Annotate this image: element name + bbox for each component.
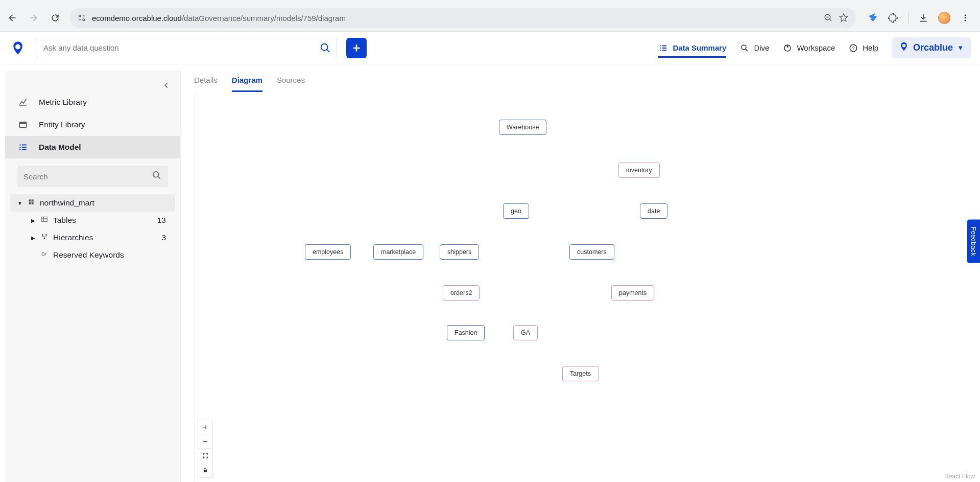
node-targets[interactable]: Targets <box>562 366 599 381</box>
tree-label: Tables <box>53 216 76 225</box>
search-icon[interactable] <box>316 39 334 57</box>
svg-point-27 <box>45 234 47 236</box>
node-geo[interactable]: geo <box>503 203 529 219</box>
svg-point-17 <box>153 172 159 177</box>
sidebar-item-data-model[interactable]: Data Model <box>5 136 180 158</box>
sidebar-item-entity-library[interactable]: Entity Library <box>5 113 180 136</box>
main: Details Diagram Sources <box>181 64 980 482</box>
forward-button[interactable] <box>27 11 41 25</box>
list-icon <box>658 43 668 53</box>
svg-point-1 <box>83 19 85 21</box>
caret-right-icon: ▶ <box>31 235 36 241</box>
keywords-icon <box>41 250 48 260</box>
sidebar-item-label: Entity Library <box>39 120 85 129</box>
browser-chrome: ecomdemo.orcablue.cloud/dataGovernance/s… <box>0 0 980 32</box>
svg-rect-22 <box>32 202 34 204</box>
nav-label: Help <box>863 43 878 52</box>
data-model-icon <box>18 143 28 152</box>
nav-workspace[interactable]: Workspace <box>782 43 835 53</box>
zoom-out-button[interactable]: − <box>198 434 212 449</box>
browser-toolbar: ecomdemo.orcablue.cloud/dataGovernance/s… <box>0 5 980 31</box>
node-ga[interactable]: GA <box>513 325 538 340</box>
node-payments[interactable]: payments <box>611 285 654 301</box>
table-icon <box>41 216 48 225</box>
sidebar-item-metric-library[interactable]: Metric Library <box>5 91 180 113</box>
svg-point-26 <box>42 234 43 236</box>
orcablue-logo-icon[interactable] <box>9 39 27 57</box>
db-icon <box>28 198 35 208</box>
add-button[interactable] <box>346 38 367 58</box>
nav-data-summary[interactable]: Data Summary <box>658 43 726 58</box>
chevron-down-icon: ▼ <box>957 44 964 52</box>
node-warehouse[interactable]: Warehouse <box>499 120 546 135</box>
svg-point-10 <box>742 45 746 50</box>
tab-sources[interactable]: Sources <box>277 73 305 92</box>
node-inventory[interactable]: inventory <box>618 163 660 178</box>
sidebar-item-label: Data Model <box>39 143 81 152</box>
bookmark-icon[interactable] <box>839 13 849 23</box>
sidebar-item-label: Metric Library <box>39 98 87 107</box>
svg-rect-21 <box>29 202 31 204</box>
svg-rect-23 <box>42 217 47 221</box>
tree-count: 13 <box>157 216 168 225</box>
site-info-icon[interactable] <box>77 13 87 23</box>
svg-point-6 <box>965 17 966 19</box>
reload-button[interactable] <box>48 11 62 25</box>
address-bar[interactable]: ecomdemo.orcablue.cloud/dataGovernance/s… <box>69 8 856 28</box>
tree-tables[interactable]: ▶ Tables 13 <box>23 212 175 229</box>
caret-down-icon: ▼ <box>17 200 22 206</box>
content-tabs: Details Diagram Sources <box>190 68 980 92</box>
sidebar-collapse-icon[interactable] <box>163 82 170 91</box>
node-marketplace[interactable]: marketplace <box>373 244 423 260</box>
tree-reserved-keywords[interactable]: Reserved Keywords <box>23 246 175 264</box>
svg-point-0 <box>79 15 81 17</box>
svg-line-3 <box>829 19 831 21</box>
lock-button[interactable] <box>198 463 212 477</box>
tree-root-label: northwind_mart <box>40 198 94 208</box>
tree-count: 3 <box>161 233 168 242</box>
dive-search-icon <box>739 43 750 53</box>
search-input[interactable] <box>43 43 316 52</box>
help-icon: ? <box>848 43 858 53</box>
svg-point-8 <box>321 43 328 50</box>
extensions-icon[interactable] <box>888 12 899 24</box>
node-fashion[interactable]: Fashion <box>447 325 485 340</box>
org-switcher[interactable]: Orcablue ▼ <box>892 37 971 58</box>
tree-root-northwind[interactable]: ▼ northwind_mart <box>10 194 175 212</box>
diagram-edges <box>195 92 348 169</box>
fit-view-button[interactable] <box>198 449 212 463</box>
tab-details[interactable]: Details <box>194 73 218 92</box>
zoom-in-button[interactable]: + <box>198 420 212 434</box>
svg-point-7 <box>965 20 966 21</box>
nav-help[interactable]: ? Help <box>848 43 878 53</box>
toolbar-divider <box>908 12 909 24</box>
kebab-menu-icon[interactable] <box>960 12 971 24</box>
app-body: Metric Library Entity Library Data Model <box>0 64 980 482</box>
node-employees[interactable]: employees <box>305 244 351 260</box>
node-date[interactable]: date <box>640 203 667 219</box>
node-shippers[interactable]: shippers <box>440 244 479 260</box>
node-orders2[interactable]: orders2 <box>443 285 480 301</box>
tab-diagram[interactable]: Diagram <box>232 73 262 92</box>
search-icon <box>152 170 162 182</box>
sidebar-search[interactable] <box>17 166 168 187</box>
profile-avatar[interactable] <box>938 12 950 24</box>
flow-extension-icon[interactable] <box>867 12 878 24</box>
sidebar-search-input[interactable] <box>23 172 152 181</box>
download-icon[interactable] <box>918 12 929 24</box>
nav-label: Workspace <box>797 43 835 52</box>
nav-dive[interactable]: Dive <box>739 43 769 53</box>
feedback-tab[interactable]: Feedback <box>967 219 980 263</box>
url-text: ecomdemo.orcablue.cloud/dataGovernance/s… <box>92 14 818 22</box>
node-customers[interactable]: customers <box>569 244 614 260</box>
entity-icon <box>18 120 28 129</box>
tree-hierarchies[interactable]: ▶ Hierarchies 3 <box>23 229 175 246</box>
diagram-canvas[interactable]: Warehouse inventory geo date employees m… <box>194 92 980 482</box>
react-flow-attribution: React Flow <box>944 473 975 480</box>
global-search[interactable] <box>36 38 337 58</box>
nav-label: Dive <box>754 43 769 52</box>
back-button[interactable] <box>5 11 19 25</box>
zoom-icon[interactable] <box>823 13 833 23</box>
svg-rect-19 <box>29 199 31 201</box>
chrome-right-icons <box>863 12 975 24</box>
